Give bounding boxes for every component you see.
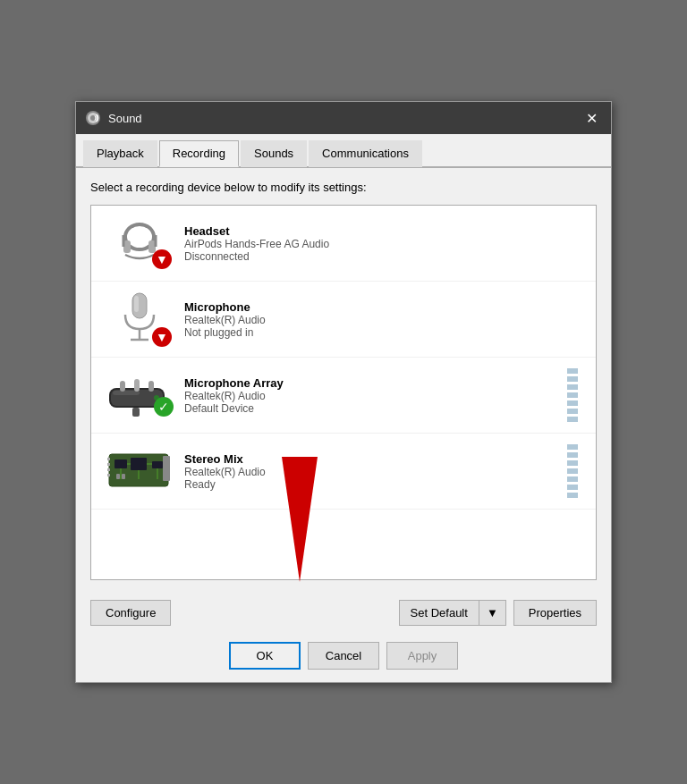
microphone-detail1: Realtek(R) Audio bbox=[184, 314, 266, 326]
stereo-mix-name: Stereo Mix bbox=[184, 452, 266, 466]
level-bar bbox=[567, 468, 578, 474]
headset-detail1: AirPods Hands-Free AG Audio bbox=[184, 238, 329, 250]
headset-detail2: Disconnected bbox=[184, 250, 329, 263]
level-bars-stereo-mix bbox=[567, 444, 578, 498]
title-bar-left: Sound bbox=[85, 110, 142, 126]
level-bar bbox=[567, 476, 578, 482]
sound-dialog: Sound ✕ Playback Recording Sounds Commun… bbox=[75, 101, 612, 683]
description-text: Select a recording device below to modif… bbox=[90, 181, 597, 194]
level-bar bbox=[567, 409, 578, 414]
svg-rect-19 bbox=[148, 381, 154, 392]
mic-array-info: Microphone Array Realtek(R) Audio Defaul… bbox=[184, 376, 284, 415]
level-bar bbox=[567, 452, 578, 458]
headset-status-badge: ▼ bbox=[152, 249, 172, 269]
microphone-status-badge: ▼ bbox=[152, 327, 172, 347]
level-bar bbox=[567, 485, 578, 490]
level-bar bbox=[567, 444, 578, 450]
level-bar bbox=[567, 376, 578, 382]
svg-rect-23 bbox=[152, 461, 163, 468]
mic-array-detail1: Realtek(R) Audio bbox=[184, 390, 284, 402]
svg-rect-32 bbox=[107, 474, 110, 476]
ok-button[interactable]: OK bbox=[229, 642, 301, 670]
set-default-button[interactable]: Set Default bbox=[399, 600, 479, 626]
level-bar bbox=[567, 493, 578, 498]
stereo-mix-detail1: Realtek(R) Audio bbox=[184, 466, 266, 478]
window-title: Sound bbox=[108, 112, 142, 125]
svg-rect-11 bbox=[134, 296, 139, 312]
device-item-headset[interactable]: ▼ Headset AirPods Hands-Free AG Audio Di… bbox=[91, 206, 596, 282]
stereo-mix-detail2: Ready bbox=[184, 478, 266, 491]
level-bar bbox=[567, 384, 578, 390]
svg-rect-15 bbox=[132, 408, 140, 417]
tab-sounds[interactable]: Sounds bbox=[241, 140, 307, 167]
set-default-group: Set Default ▼ bbox=[399, 600, 506, 626]
tab-communications[interactable]: Communications bbox=[309, 140, 422, 167]
svg-rect-37 bbox=[116, 474, 120, 479]
tab-bar: Playback Recording Sounds Communications bbox=[76, 134, 611, 168]
device-icon-stereo-mix bbox=[104, 447, 175, 495]
mic-array-status-badge: ✓ bbox=[154, 397, 174, 417]
device-icon-headset: ▼ bbox=[104, 217, 175, 269]
svg-rect-21 bbox=[114, 459, 127, 468]
mic-array-detail2: Default Device bbox=[184, 402, 284, 415]
configure-button[interactable]: Configure bbox=[90, 600, 171, 626]
sound-title-icon bbox=[85, 110, 101, 126]
svg-rect-18 bbox=[134, 379, 140, 392]
svg-rect-22 bbox=[131, 458, 147, 470]
headset-info: Headset AirPods Hands-Free AG Audio Disc… bbox=[184, 224, 329, 263]
level-bar bbox=[567, 400, 578, 406]
device-item-stereo-mix[interactable]: Stereo Mix Realtek(R) Audio Ready bbox=[91, 434, 596, 510]
level-bar bbox=[567, 368, 578, 374]
set-default-dropdown-button[interactable]: ▼ bbox=[479, 600, 506, 626]
level-bar bbox=[567, 460, 578, 466]
svg-rect-29 bbox=[107, 458, 110, 460]
mic-array-name: Microphone Array bbox=[184, 376, 284, 390]
svg-rect-17 bbox=[120, 381, 125, 392]
bottom-buttons-row1: Configure Set Default ▼ Properties bbox=[76, 591, 611, 635]
close-button[interactable]: ✕ bbox=[581, 107, 602, 129]
level-bar bbox=[567, 392, 578, 398]
device-icon-mic-array: ✓ bbox=[104, 372, 175, 418]
svg-rect-14 bbox=[113, 391, 140, 395]
svg-rect-39 bbox=[163, 456, 170, 481]
stereo-mix-icon bbox=[107, 447, 172, 495]
tab-playback[interactable]: Playback bbox=[83, 140, 157, 167]
svg-rect-31 bbox=[107, 468, 110, 471]
device-list: ▼ Headset AirPods Hands-Free AG Audio Di… bbox=[90, 205, 597, 580]
title-bar: Sound ✕ bbox=[76, 102, 611, 134]
ok-cancel-apply-row: OK Cancel Apply bbox=[76, 635, 611, 682]
svg-rect-30 bbox=[107, 463, 110, 466]
level-bar bbox=[567, 417, 578, 422]
tab-recording[interactable]: Recording bbox=[159, 140, 239, 167]
headset-name: Headset bbox=[184, 224, 329, 238]
apply-button[interactable]: Apply bbox=[386, 642, 458, 670]
device-item-microphone[interactable]: ▼ Microphone Realtek(R) Audio Not plugge… bbox=[91, 282, 596, 358]
level-bars-mic-array bbox=[567, 368, 578, 422]
stereo-mix-info: Stereo Mix Realtek(R) Audio Ready bbox=[184, 452, 266, 491]
cancel-button[interactable]: Cancel bbox=[308, 642, 379, 670]
properties-button[interactable]: Properties bbox=[513, 600, 597, 626]
microphone-detail2: Not plugged in bbox=[184, 326, 266, 339]
device-icon-microphone: ▼ bbox=[104, 291, 175, 347]
svg-rect-38 bbox=[122, 474, 125, 479]
tab-content: Select a recording device below to modif… bbox=[76, 168, 611, 591]
device-item-mic-array[interactable]: ✓ Microphone Array Realtek(R) Audio Defa… bbox=[91, 358, 596, 434]
microphone-name: Microphone bbox=[184, 300, 266, 314]
microphone-info: Microphone Realtek(R) Audio Not plugged … bbox=[184, 300, 266, 339]
